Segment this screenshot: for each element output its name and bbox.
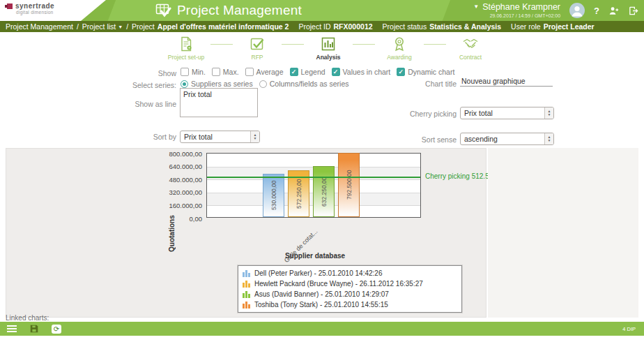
sort-sense-select[interactable]: ascending ▲▼: [460, 133, 554, 145]
user-delegate-icon[interactable]: [608, 6, 619, 16]
logout-icon[interactable]: [628, 6, 638, 16]
project-id-label: Project ID: [298, 22, 330, 31]
sort-by-label: Sort by: [0, 133, 176, 141]
checkbox-icon[interactable]: [245, 68, 254, 76]
sort-by-select[interactable]: Prix total ▲▼: [180, 131, 260, 143]
checkbox-label: Legend: [301, 68, 325, 76]
legend-label: Dell (Peter Parker) - 25.01.2010 14:42:2…: [254, 269, 382, 277]
x-axis-title: Supplier database: [241, 252, 389, 260]
chart-title-label: Chart title: [279, 80, 457, 88]
workflow-step-label: Project set-up: [168, 54, 204, 61]
contract-icon: [462, 35, 479, 53]
breadcrumb-project-label: Project: [132, 22, 155, 31]
show-option-values-in-chart[interactable]: Values in chart: [332, 68, 391, 76]
workflow-step-project-set-up[interactable]: Project set-up: [162, 35, 210, 61]
user-role-value: Project Leader: [544, 22, 595, 31]
workflow-connector: [424, 44, 446, 45]
y-tick-label: 320.000,00: [144, 188, 202, 196]
show-option-dynamic-chart[interactable]: Dynamic chart: [397, 68, 454, 76]
breadcrumb-separator: /: [126, 22, 128, 31]
checkbox-label: Dynamic chart: [408, 68, 454, 76]
legend-item[interactable]: Hewlett Packard (Bruce Wayne) - 26.11.20…: [243, 278, 457, 289]
workflow-connector: [282, 44, 304, 45]
breadcrumb: Project Management / Project list ▼ / Pr…: [0, 21, 644, 32]
linked-charts-label: Linked charts:: [6, 314, 49, 322]
legend-bar-chart-icon: [243, 301, 250, 308]
radio-label: Suppliers as series: [191, 80, 253, 88]
workflow-step-rfp[interactable]: RFP: [233, 35, 282, 61]
select-series-label: Select series:: [0, 81, 176, 89]
chart-plot-area[interactable]: 530.000,00572.250,00632.250,00792.500,00: [206, 153, 421, 218]
checkbox-label: Min.: [192, 68, 206, 76]
chevron-down-icon: ▼: [473, 4, 479, 10]
project-management-app-icon: [155, 2, 171, 19]
show-as-line-listbox[interactable]: Prix total: [180, 88, 258, 117]
workflow-step-analysis[interactable]: Analysis: [304, 35, 353, 61]
checkbox-icon[interactable]: [212, 68, 220, 76]
workflow-connector: [210, 44, 233, 45]
breadcrumb-project-list[interactable]: Project list: [82, 22, 116, 31]
chart-bar-4[interactable]: 792.500,00: [338, 153, 360, 217]
checkbox-icon[interactable]: [332, 68, 340, 76]
legend-bar-chart-icon: [243, 290, 250, 298]
legend-item[interactable]: Asus (David Banner) - 25.01.2010 14:29:0…: [243, 289, 457, 299]
workflow-step-awarding[interactable]: Awarding: [375, 35, 424, 61]
avatar[interactable]: [569, 3, 585, 18]
cherry-picking-value: Prix total: [461, 109, 544, 117]
help-icon[interactable]: ?: [594, 6, 599, 16]
radio-icon[interactable]: [259, 80, 267, 88]
chart-title-input[interactable]: [460, 76, 553, 87]
y-tick-label: 160.000,00: [144, 202, 202, 209]
y-axis-title: Quotations: [168, 214, 176, 253]
show-label: Show: [0, 69, 176, 77]
project-id-value: RFX000012: [334, 22, 373, 31]
bar-value-label: 530.000,00: [270, 174, 277, 216]
legend-bar-chart-icon: [243, 269, 250, 277]
chart-panel: 800.000,00640.000,00480.000,00320.000,00…: [6, 148, 486, 318]
app-window: synertrade digital dimension Project Man…: [0, 0, 644, 342]
chevron-down-icon[interactable]: ▼: [118, 24, 123, 29]
checkbox-label: Values in chart: [343, 68, 391, 76]
y-tick-label: 800.000,00: [144, 150, 202, 158]
show-option-min-[interactable]: Min.: [181, 68, 206, 76]
brand-logo[interactable]: synertrade digital dimension: [0, 0, 112, 21]
project-setup-icon: [178, 35, 194, 53]
show-option-legend[interactable]: Legend: [290, 68, 325, 76]
breadcrumb-root[interactable]: Project Management: [6, 22, 73, 31]
refresh-chart-icon[interactable]: ⟳: [52, 325, 61, 334]
workflow-step-label: RFP: [252, 54, 263, 61]
radio-icon[interactable]: [181, 80, 188, 88]
show-option-average[interactable]: Average: [245, 68, 284, 76]
legend-item[interactable]: Dell (Peter Parker) - 25.01.2010 14:42:2…: [243, 268, 457, 278]
checkbox-icon[interactable]: [397, 68, 405, 76]
cherry-picking-line-label: Cherry picking 512.500: [425, 172, 497, 180]
cherry-picking-select[interactable]: Prix total ▲▼: [460, 107, 554, 119]
save-icon[interactable]: [29, 324, 39, 334]
bar-value-label: 632.250,00: [321, 167, 328, 216]
legend-label: Hewlett Packard (Bruce Wayne) - 26.11.20…: [254, 280, 423, 288]
chart-bar-3[interactable]: 632.250,00: [313, 166, 335, 217]
legend-item[interactable]: Toshiba (Tony Stark) - 25.01.2010 14:55:…: [243, 299, 457, 310]
dip-badge: 4 DIP: [622, 322, 636, 336]
listbox-item[interactable]: Prix total: [181, 89, 257, 100]
legend-label: Asus (David Banner) - 25.01.2010 14:29:0…: [254, 290, 389, 298]
chart-legend: Dell (Peter Parker) - 25.01.2010 14:42:2…: [238, 265, 462, 313]
checkbox-icon[interactable]: [290, 68, 298, 76]
user-menu[interactable]: ▼ Stéphane Krampner 29.06.2017 / 14:59 /…: [473, 3, 560, 18]
project-status-value: Statistics & Analysis: [429, 22, 501, 31]
project-status-label: Project status: [383, 22, 427, 31]
series-option-suppliers-as-series[interactable]: Suppliers as series: [181, 80, 253, 88]
user-role-label: User role: [511, 22, 541, 31]
cherry-picking-line[interactable]: [207, 177, 420, 178]
workflow-step-contract[interactable]: Contract: [446, 35, 495, 61]
workflow-stepper: Project set-upRFPAnalysisAwardingContrac…: [162, 35, 495, 61]
workflow-connector: [353, 44, 375, 45]
sort-by-value: Prix total: [181, 133, 250, 141]
menu-icon[interactable]: [7, 325, 17, 332]
legend-bar-chart-icon: [243, 280, 250, 288]
select-stepper-icon: ▲▼: [544, 107, 553, 119]
bottom-toolbar: ⟳ 4 DIP: [0, 322, 644, 336]
show-option-max-[interactable]: Max.: [212, 68, 239, 76]
chart-bar-1[interactable]: 530.000,00: [263, 174, 284, 217]
checkbox-icon[interactable]: [181, 68, 189, 76]
